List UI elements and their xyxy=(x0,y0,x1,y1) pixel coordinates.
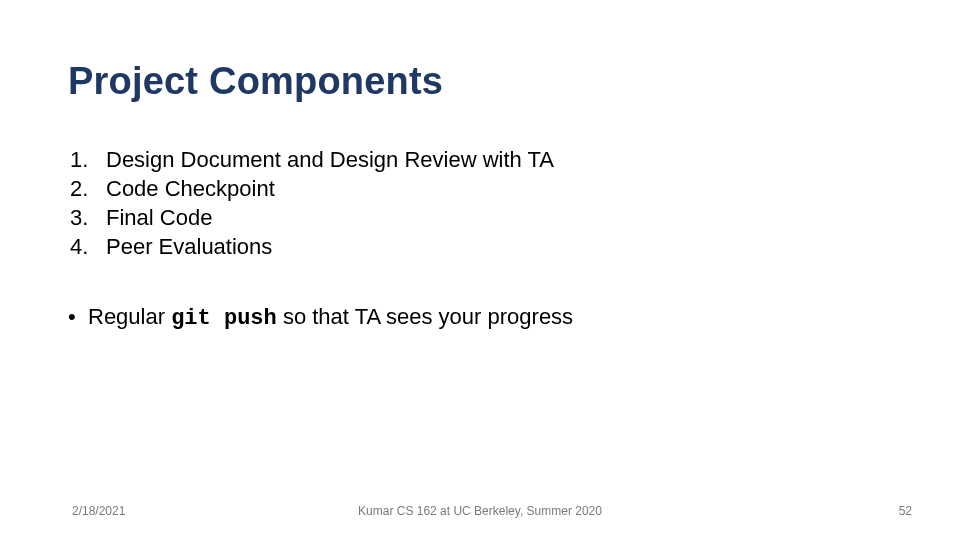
footer: 2/18/2021 Kumar CS 162 at UC Berkeley, S… xyxy=(0,504,960,518)
bullet-item: • Regular git push so that TA sees your … xyxy=(68,304,892,331)
slide: Project Components 1. Design Document an… xyxy=(0,0,960,540)
footer-center: Kumar CS 162 at UC Berkeley, Summer 2020 xyxy=(0,504,960,518)
list-text: Code Checkpoint xyxy=(106,176,275,202)
footer-date: 2/18/2021 xyxy=(72,504,125,518)
list-text: Design Document and Design Review with T… xyxy=(106,147,554,173)
list-item: 3. Final Code xyxy=(70,205,892,231)
list-number: 1. xyxy=(70,147,106,173)
list-text: Peer Evaluations xyxy=(106,234,272,260)
list-number: 4. xyxy=(70,234,106,260)
numbered-list: 1. Design Document and Design Review wit… xyxy=(70,147,892,260)
code-text: git push xyxy=(171,306,277,331)
slide-title: Project Components xyxy=(68,60,892,103)
footer-page-number: 52 xyxy=(899,504,912,518)
list-item: 1. Design Document and Design Review wit… xyxy=(70,147,892,173)
bullet-text: Regular git push so that TA sees your pr… xyxy=(88,304,573,331)
list-number: 2. xyxy=(70,176,106,202)
list-text: Final Code xyxy=(106,205,212,231)
list-item: 2. Code Checkpoint xyxy=(70,176,892,202)
bullet-post: so that TA sees your progress xyxy=(277,304,573,329)
bullet-pre: Regular xyxy=(88,304,171,329)
list-item: 4. Peer Evaluations xyxy=(70,234,892,260)
list-number: 3. xyxy=(70,205,106,231)
bullet-dot-icon: • xyxy=(68,306,88,328)
